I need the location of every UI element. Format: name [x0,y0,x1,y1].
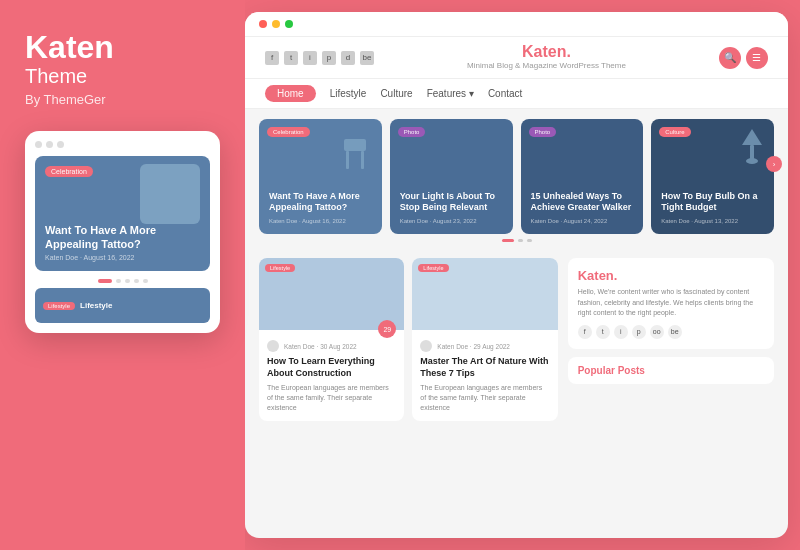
svg-rect-2 [361,151,364,169]
lamp-icon [736,125,768,169]
device-dot-3 [57,141,64,148]
social-facebook[interactable]: f [265,51,279,65]
article-title-1: How To Learn Everything About Constructi… [267,356,396,379]
logo-text: Katen [522,43,566,60]
content-section: Lifestyle 29 Katen Doe · 30 Aug 2022 How… [245,250,788,538]
header-right-actions: 🔍 ☰ [719,47,768,69]
left-panel: Katen Theme By ThemeGer Celebration Want… [0,0,245,550]
device-hero-card: Celebration Want To Have A More Appealin… [35,156,210,271]
brand-name: Katen [25,30,114,65]
article-badge-1: Lifestyle [265,264,295,272]
device-mockup: Celebration Want To Have A More Appealin… [25,131,220,333]
hero-badge-3: Photo [529,127,557,137]
hero-badge-1: Celebration [267,127,310,137]
sidebar-popular-posts: Popular Posts [568,357,774,384]
hero-scroll-right[interactable]: › [766,156,782,172]
article-thumb-1: Lifestyle 29 [259,258,404,330]
svg-rect-1 [346,151,349,169]
hero-card-3[interactable]: Photo 15 Unhealed Ways To Achieve Greate… [521,119,644,234]
nav-culture[interactable]: Culture [380,88,412,99]
svg-marker-3 [742,129,762,145]
hero-card-meta-1: Katen Doe · August 16, 2022 [269,218,372,224]
sidebar-about-text: Hello, We're content writer who is fasci… [578,287,764,319]
device-slider-dots [35,279,210,283]
site-logo: Katen. [522,43,571,61]
article-avatar-1 [267,340,279,352]
sidebar-instagram-icon[interactable]: i [614,325,628,339]
slider-dot-3 [125,279,130,283]
sidebar-logo-dot: . [614,268,618,283]
article-avatar-2 [420,340,432,352]
popular-title-text: Popular Posts [578,365,645,376]
sidebar-social-icons: f t i p oo be [578,325,764,339]
article-excerpt-2: The European languages are members of th… [420,383,549,412]
article-meta-text-1: Katen Doe · 30 Aug 2022 [284,343,357,350]
social-instagram[interactable]: i [303,51,317,65]
nav-features[interactable]: Features ▾ [427,88,474,99]
nav-lifestyle[interactable]: Lifestyle [330,88,367,99]
device-hero-title: Want To Have A More Appealing Tattoo? [45,223,200,252]
device-dot-1 [35,141,42,148]
hero-card-4[interactable]: Culture How To Buy Bulb On a Tight Budge… [651,119,774,234]
article-title-2: Master The Art Of Nature With These 7 Ti… [420,356,549,379]
menu-button[interactable]: ☰ [746,47,768,69]
browser-chrome [245,12,788,37]
hero-section: Celebration Want To Have A More Appealin… [245,109,788,250]
sidebar-about: Katen. Hello, We're content writer who i… [568,258,774,349]
hero-card-title-1: Want To Have A More Appealing Tattoo? [269,191,372,214]
site-tagline: Minimal Blog & Magazine WordPress Theme [467,61,626,70]
hero-slider-dots [259,239,774,242]
hero-card-2[interactable]: Photo Your Light Is About To Stop Being … [390,119,513,234]
article-meta-2: Katen Doe · 29 Aug 2022 [420,340,549,352]
device-hero-meta: Katen Doe · August 16, 2022 [45,254,200,261]
device-bottom-card: Lifestyle Lifestyle [35,288,210,323]
hero-card-1[interactable]: Celebration Want To Have A More Appealin… [259,119,382,234]
hero-card-title-4: How To Buy Bulb On a Tight Budget [661,191,764,214]
sidebar-popular-title: Popular Posts [578,365,764,376]
header-social-icons: f t i p d be [265,51,374,65]
chrome-dot-red [259,20,267,28]
hero-badge-4: Culture [659,127,690,137]
hero-dot-2 [518,239,523,242]
svg-point-5 [746,158,758,164]
article-body-2: Katen Doe · 29 Aug 2022 Master The Art O… [412,330,557,421]
slider-dot-4 [134,279,139,283]
slider-dot-5 [143,279,148,283]
sidebar-behance-icon[interactable]: be [668,325,682,339]
social-behance[interactable]: be [360,51,374,65]
social-pinterest[interactable]: p [322,51,336,65]
stool-icon [336,129,374,174]
chrome-dot-green [285,20,293,28]
device-chrome-dots [35,141,210,148]
site-header-top: f t i p d be Katen. Minimal Blog & Magaz… [265,43,768,72]
article-thumb-2: Lifestyle [412,258,557,330]
article-excerpt-1: The European languages are members of th… [267,383,396,412]
sidebar-facebook-icon[interactable]: f [578,325,592,339]
sidebar-logo-text: Katen [578,268,614,283]
sidebar-twitter-icon[interactable]: t [596,325,610,339]
slider-dot-active [98,279,112,283]
chrome-dot-yellow [272,20,280,28]
articles-column: Lifestyle 29 Katen Doe · 30 Aug 2022 How… [259,258,558,530]
site-logo-header: Katen. Minimal Blog & Magazine WordPress… [467,43,626,72]
social-twitter[interactable]: t [284,51,298,65]
slider-dot-2 [116,279,121,283]
hero-dot-active [502,239,514,242]
article-card-1[interactable]: Lifestyle 29 Katen Doe · 30 Aug 2022 How… [259,258,404,421]
hero-badge-2: Photo [398,127,426,137]
article-meta-1: Katen Doe · 30 Aug 2022 [267,340,396,352]
hero-card-title-3: 15 Unhealed Ways To Achieve Greater Walk… [531,191,634,214]
device-card-label: Lifestyle [80,301,112,310]
brand-subtitle: Theme [25,65,87,88]
sidebar-pinterest-icon[interactable]: p [632,325,646,339]
social-tiktok[interactable]: d [341,51,355,65]
article-card-2[interactable]: Lifestyle Katen Doe · 29 Aug 2022 Master… [412,258,557,421]
search-button[interactable]: 🔍 [719,47,741,69]
nav-contact[interactable]: Contact [488,88,522,99]
sidebar-medium-icon[interactable]: oo [650,325,664,339]
hero-cards: Celebration Want To Have A More Appealin… [259,119,774,234]
nav-home[interactable]: Home [265,85,316,102]
device-hero-image [140,164,200,224]
svg-rect-0 [344,139,366,151]
right-panel: f t i p d be Katen. Minimal Blog & Magaz… [245,12,788,538]
